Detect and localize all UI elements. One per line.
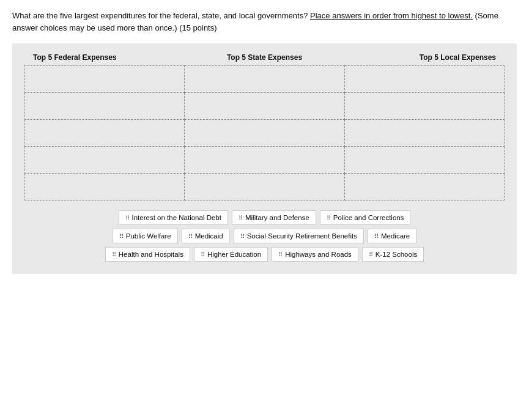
chip-label: Interest on the National Debt [132,214,221,221]
chip-label: Medicaid [195,232,223,240]
chip-public-welfare[interactable]: ⠿ Public Welfare [113,229,178,243]
chip-label: Military and Defense [245,214,309,221]
table-row [25,93,505,120]
chip-police[interactable]: ⠿ Police and Corrections [320,210,411,225]
answer-grid [24,65,505,201]
cell-r4c1[interactable] [25,147,185,174]
chip-military[interactable]: ⠿ Military and Defense [232,210,316,225]
chip-label: Public Welfare [126,232,171,240]
choice-row-2: ⠿ Public Welfare ⠿ Medicaid ⠿ Social Sec… [24,229,505,243]
question-text: What are the five largest expenditures f… [12,10,514,34]
header-state: Top 5 State Expenses [183,53,345,62]
table-row [25,147,505,174]
table-row [25,66,505,93]
drag-icon: ⠿ [125,215,129,221]
chip-label: Social Security Retirement Benefits [247,232,357,240]
drag-icon: ⠿ [112,251,116,258]
cell-r3c1[interactable] [25,120,185,147]
cell-r1c2[interactable] [185,66,344,93]
cell-r4c3[interactable] [344,147,504,174]
chip-label: Medicare [381,232,410,240]
chip-label: Health and Hospitals [119,251,183,258]
header-local: Top 5 Local Expenses [346,53,502,62]
answer-choices: ⠿ Interest on the National Debt ⠿ Milita… [24,210,505,262]
drag-icon: ⠿ [374,233,378,240]
cell-r5c1[interactable] [25,174,185,201]
question-part1: What are the five largest expenditures f… [12,11,308,20]
table-row [25,174,505,201]
main-container: Top 5 Federal Expenses Top 5 State Expen… [12,43,517,274]
cell-r2c3[interactable] [344,93,504,120]
chip-label: Police and Corrections [333,214,404,221]
cell-r5c2[interactable] [185,174,344,201]
chip-medicaid[interactable]: ⠿ Medicaid [182,229,230,243]
choice-row-1: ⠿ Interest on the National Debt ⠿ Milita… [24,210,505,225]
drag-icon: ⠿ [188,233,192,240]
drag-icon: ⠿ [369,251,372,258]
drag-icon: ⠿ [278,251,282,258]
chip-higher-ed[interactable]: ⠿ Higher Education [194,247,268,262]
chip-highways[interactable]: ⠿ Highways and Roads [272,247,358,262]
choice-row-3: ⠿ Health and Hospitals ⠿ Higher Educatio… [24,247,505,262]
chip-social-security[interactable]: ⠿ Social Security Retirement Benefits [234,229,364,243]
cell-r3c2[interactable] [185,120,344,147]
drag-icon: ⠿ [327,215,330,221]
drag-icon: ⠿ [240,233,244,240]
column-headers: Top 5 Federal Expenses Top 5 State Expen… [24,53,505,62]
chip-health[interactable]: ⠿ Health and Hospitals [105,247,190,262]
drag-icon: ⠿ [119,233,123,240]
header-federal: Top 5 Federal Expenses [27,53,183,62]
chip-k12[interactable]: ⠿ K-12 Schools [362,247,424,262]
drag-icon: ⠿ [239,215,242,221]
chip-label: Higher Education [207,251,261,258]
cell-r5c3[interactable] [344,174,504,201]
cell-r3c3[interactable] [344,120,504,147]
question-part2: Place answers in order from highest to l… [310,11,473,20]
chip-label: Highways and Roads [285,251,352,258]
drag-icon: ⠿ [201,251,204,258]
cell-r4c2[interactable] [185,147,344,174]
chip-interest[interactable]: ⠿ Interest on the National Debt [119,210,228,225]
cell-r2c2[interactable] [185,93,344,120]
cell-r1c3[interactable] [344,66,504,93]
table-row [25,120,505,147]
chip-medicare[interactable]: ⠿ Medicare [368,229,416,243]
cell-r1c1[interactable] [25,66,185,93]
chip-label: K-12 Schools [375,251,417,258]
cell-r2c1[interactable] [25,93,185,120]
